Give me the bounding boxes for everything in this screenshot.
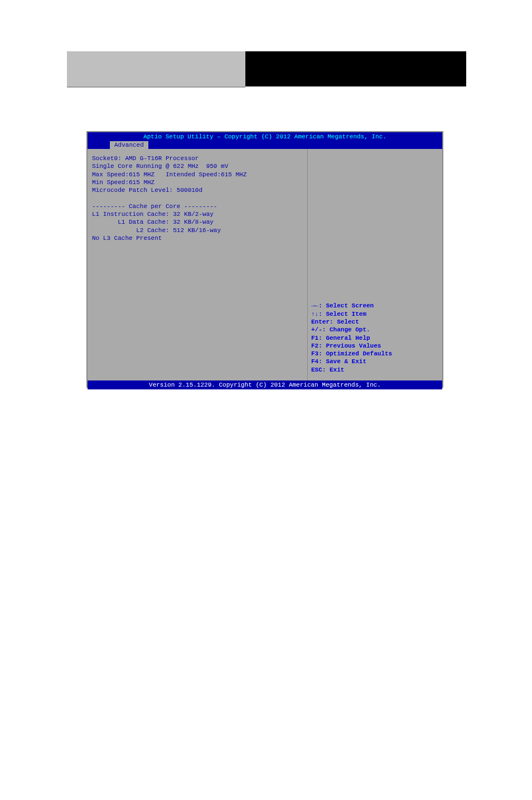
- bios-key-help: →←: Select Screen ↑↓: Select Item Enter:…: [311, 302, 392, 374]
- bios-screen: Aptio Setup Utility – Copyright (C) 2012…: [86, 131, 443, 388]
- info-cache-header: --------- Cache per Core ---------: [92, 203, 303, 210]
- bios-help-panel: →←: Select Screen ↑↓: Select Item Enter:…: [308, 149, 442, 380]
- help-f3: F3: Optimized Defaults: [311, 350, 392, 358]
- bios-body: Socket0: AMD G-T16R Processor Single Cor…: [88, 149, 442, 380]
- help-esc: ESC: Exit: [311, 366, 392, 374]
- info-l3: No L3 Cache Present: [92, 234, 303, 242]
- page-header: [67, 51, 466, 88]
- info-minspeed: Min Speed:615 MHZ: [92, 179, 303, 186]
- header-right-block: [245, 51, 466, 88]
- tab-advanced[interactable]: Advanced: [110, 141, 148, 149]
- header-left-block: [67, 51, 245, 88]
- info-maxspeed: Max Speed:615 MHZ Intended Speed:615 MHZ: [92, 171, 303, 179]
- help-f1: F1: General Help: [311, 334, 392, 342]
- info-l1i: L1 Instruction Cache: 32 KB/2-way: [92, 210, 303, 218]
- help-enter: Enter: Select: [311, 318, 392, 326]
- bios-info-panel: Socket0: AMD G-T16R Processor Single Cor…: [88, 149, 308, 380]
- help-f2: F2: Previous Values: [311, 342, 392, 350]
- bios-footer: Version 2.15.1229. Copyright (C) 2012 Am…: [88, 380, 442, 389]
- bios-tab-bar: Advanced: [88, 141, 442, 149]
- help-select-item: ↑↓: Select Item: [311, 310, 392, 318]
- info-core: Single Core Running @ 622 MHz 950 mV: [92, 162, 303, 170]
- info-microcode: Microcode Patch Level: 500010d: [92, 186, 303, 194]
- info-socket: Socket0: AMD G-T16R Processor: [92, 155, 303, 162]
- bios-title: Aptio Setup Utility – Copyright (C) 2012…: [88, 132, 442, 141]
- help-select-screen: →←: Select Screen: [311, 302, 392, 310]
- info-l1d: L1 Data Cache: 32 KB/8-way: [92, 218, 303, 226]
- help-f4: F4: Save & Exit: [311, 358, 392, 365]
- info-l2: L2 Cache: 512 KB/16-way: [92, 226, 303, 234]
- help-change-opt: +/-: Change Opt.: [311, 326, 392, 334]
